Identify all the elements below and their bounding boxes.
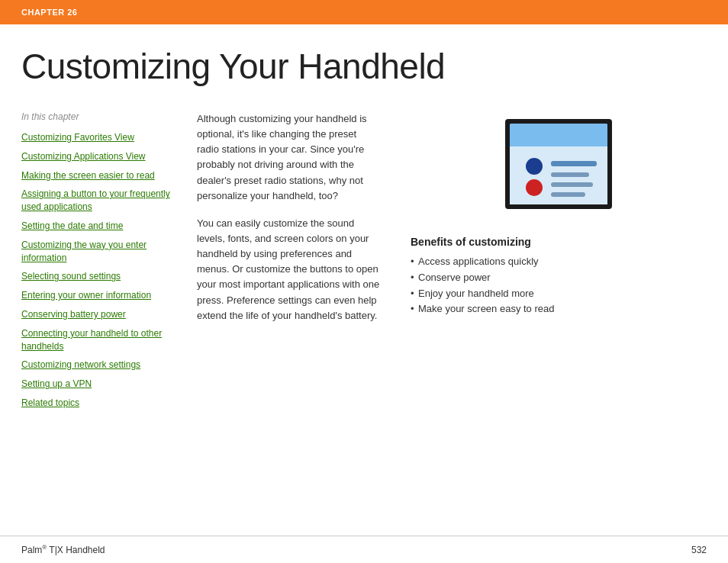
toc-link-related-topics[interactable]: Related topics bbox=[21, 397, 189, 410]
toc-link-customizing-network[interactable]: Customizing network settings bbox=[21, 359, 189, 372]
svg-point-4 bbox=[526, 158, 543, 175]
svg-point-5 bbox=[526, 179, 543, 196]
toc-link-setting-date-time[interactable]: Setting the date and time bbox=[21, 220, 189, 233]
toc-link-customizing-way-enter[interactable]: Customizing the way you enter informatio… bbox=[21, 239, 189, 265]
toc-link-customizing-favorites[interactable]: Customizing Favorites View bbox=[21, 131, 189, 144]
toc-list: Customizing Favorites ViewCustomizing Ap… bbox=[21, 131, 189, 410]
main-content: Customizing Your Handheld In this chapte… bbox=[0, 24, 728, 416]
benefit-item-1: Conserve power bbox=[411, 270, 707, 286]
toc-link-connecting-handhelds[interactable]: Connecting your handheld to other handhe… bbox=[21, 327, 189, 353]
toc-link-customizing-applications[interactable]: Customizing Applications View bbox=[21, 150, 189, 163]
svg-rect-9 bbox=[551, 192, 585, 197]
svg-rect-8 bbox=[551, 182, 593, 187]
benefits-section: Benefits of customizing Access applicati… bbox=[411, 236, 707, 317]
brand-name: Palm® T|X Handheld bbox=[21, 545, 105, 555]
toc-section-label: In this chapter bbox=[21, 111, 189, 122]
body-column: Although customizing your handheld is op… bbox=[197, 111, 395, 416]
svg-rect-2 bbox=[510, 124, 607, 146]
benefits-list: Access applications quicklyConserve powe… bbox=[411, 254, 707, 317]
benefits-column: Benefits of customizing Access applicati… bbox=[395, 111, 707, 416]
body-paragraph-1: Although customizing your handheld is op… bbox=[197, 111, 380, 204]
toc-link-assigning-button[interactable]: Assigning a button to your frequently us… bbox=[21, 188, 189, 214]
benefit-item-0: Access applications quickly bbox=[411, 254, 707, 270]
handheld-illustration bbox=[411, 111, 707, 222]
footer-page-number: 532 bbox=[691, 545, 707, 555]
body-paragraph-2: You can easily customize the sound level… bbox=[197, 216, 380, 323]
content-area: In this chapter Customizing Favorites Vi… bbox=[21, 111, 707, 416]
footer: Palm® T|X Handheld 532 bbox=[0, 536, 728, 563]
benefits-title: Benefits of customizing bbox=[411, 236, 707, 248]
toc-link-making-screen-easier[interactable]: Making the screen easier to read bbox=[21, 169, 189, 182]
svg-rect-7 bbox=[551, 172, 589, 177]
chapter-bar: CHAPTER 26 bbox=[0, 0, 728, 24]
page-title: Customizing Your Handheld bbox=[21, 24, 707, 111]
toc-link-entering-owner[interactable]: Entering your owner information bbox=[21, 289, 189, 302]
chapter-label: CHAPTER 26 bbox=[21, 8, 77, 17]
toc-link-conserving-battery[interactable]: Conserving battery power bbox=[21, 308, 189, 321]
svg-rect-6 bbox=[551, 161, 597, 166]
benefit-item-3: Make your screen easy to read bbox=[411, 301, 707, 317]
benefit-item-2: Enjoy your handheld more bbox=[411, 286, 707, 302]
toc-link-setting-vpn[interactable]: Setting up a VPN bbox=[21, 378, 189, 391]
footer-brand: Palm® T|X Handheld bbox=[21, 544, 105, 555]
body-text: Although customizing your handheld is op… bbox=[197, 111, 380, 323]
toc-column: In this chapter Customizing Favorites Vi… bbox=[21, 111, 197, 416]
device-svg bbox=[490, 111, 627, 222]
toc-link-selecting-sound[interactable]: Selecting sound settings bbox=[21, 270, 189, 283]
